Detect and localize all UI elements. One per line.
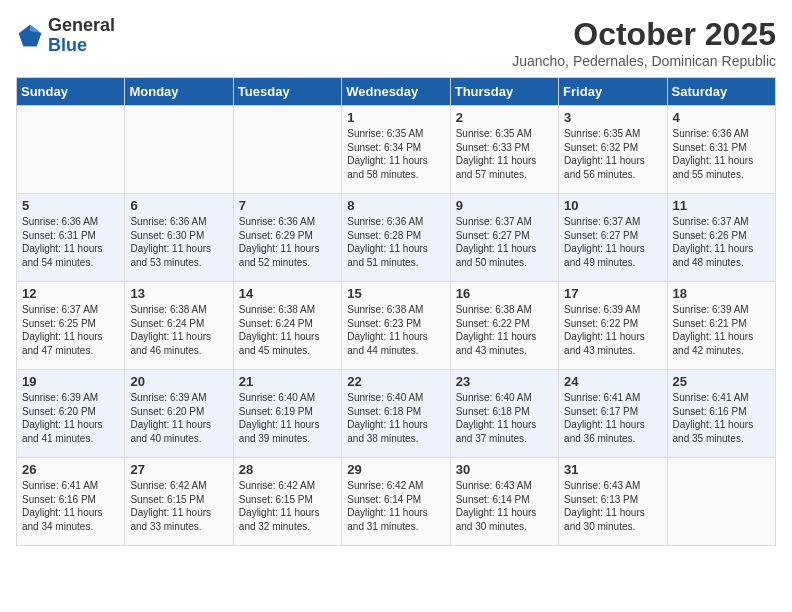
cell-info: Sunrise: 6:37 AM Sunset: 6:26 PM Dayligh… <box>673 215 770 269</box>
day-number: 19 <box>22 374 119 389</box>
day-number: 30 <box>456 462 553 477</box>
calendar-cell: 13Sunrise: 6:38 AM Sunset: 6:24 PM Dayli… <box>125 282 233 370</box>
header-cell-saturday: Saturday <box>667 78 775 106</box>
calendar-cell: 17Sunrise: 6:39 AM Sunset: 6:22 PM Dayli… <box>559 282 667 370</box>
calendar-cell: 22Sunrise: 6:40 AM Sunset: 6:18 PM Dayli… <box>342 370 450 458</box>
header-cell-friday: Friday <box>559 78 667 106</box>
calendar-cell: 16Sunrise: 6:38 AM Sunset: 6:22 PM Dayli… <box>450 282 558 370</box>
cell-info: Sunrise: 6:36 AM Sunset: 6:31 PM Dayligh… <box>22 215 119 269</box>
location: Juancho, Pedernales, Dominican Republic <box>512 53 776 69</box>
header-row: SundayMondayTuesdayWednesdayThursdayFrid… <box>17 78 776 106</box>
cell-info: Sunrise: 6:41 AM Sunset: 6:16 PM Dayligh… <box>22 479 119 533</box>
calendar-cell: 26Sunrise: 6:41 AM Sunset: 6:16 PM Dayli… <box>17 458 125 546</box>
day-number: 27 <box>130 462 227 477</box>
day-number: 10 <box>564 198 661 213</box>
day-number: 3 <box>564 110 661 125</box>
logo-general: General <box>48 16 115 36</box>
calendar-cell: 19Sunrise: 6:39 AM Sunset: 6:20 PM Dayli… <box>17 370 125 458</box>
day-number: 12 <box>22 286 119 301</box>
week-row-3: 19Sunrise: 6:39 AM Sunset: 6:20 PM Dayli… <box>17 370 776 458</box>
cell-info: Sunrise: 6:35 AM Sunset: 6:34 PM Dayligh… <box>347 127 444 181</box>
day-number: 24 <box>564 374 661 389</box>
day-number: 26 <box>22 462 119 477</box>
calendar-cell: 11Sunrise: 6:37 AM Sunset: 6:26 PM Dayli… <box>667 194 775 282</box>
day-number: 6 <box>130 198 227 213</box>
logo-blue: Blue <box>48 36 115 56</box>
month-title: October 2025 <box>512 16 776 53</box>
calendar-cell <box>17 106 125 194</box>
week-row-0: 1Sunrise: 6:35 AM Sunset: 6:34 PM Daylig… <box>17 106 776 194</box>
day-number: 1 <box>347 110 444 125</box>
calendar-cell: 24Sunrise: 6:41 AM Sunset: 6:17 PM Dayli… <box>559 370 667 458</box>
cell-info: Sunrise: 6:42 AM Sunset: 6:15 PM Dayligh… <box>130 479 227 533</box>
cell-info: Sunrise: 6:35 AM Sunset: 6:33 PM Dayligh… <box>456 127 553 181</box>
cell-info: Sunrise: 6:37 AM Sunset: 6:27 PM Dayligh… <box>564 215 661 269</box>
calendar-cell: 12Sunrise: 6:37 AM Sunset: 6:25 PM Dayli… <box>17 282 125 370</box>
calendar-cell: 2Sunrise: 6:35 AM Sunset: 6:33 PM Daylig… <box>450 106 558 194</box>
day-number: 15 <box>347 286 444 301</box>
day-number: 31 <box>564 462 661 477</box>
cell-info: Sunrise: 6:36 AM Sunset: 6:30 PM Dayligh… <box>130 215 227 269</box>
header-cell-thursday: Thursday <box>450 78 558 106</box>
cell-info: Sunrise: 6:41 AM Sunset: 6:17 PM Dayligh… <box>564 391 661 445</box>
cell-info: Sunrise: 6:38 AM Sunset: 6:23 PM Dayligh… <box>347 303 444 357</box>
header-cell-tuesday: Tuesday <box>233 78 341 106</box>
day-number: 21 <box>239 374 336 389</box>
calendar-header: SundayMondayTuesdayWednesdayThursdayFrid… <box>17 78 776 106</box>
day-number: 5 <box>22 198 119 213</box>
calendar-cell: 31Sunrise: 6:43 AM Sunset: 6:13 PM Dayli… <box>559 458 667 546</box>
cell-info: Sunrise: 6:39 AM Sunset: 6:20 PM Dayligh… <box>130 391 227 445</box>
calendar-table: SundayMondayTuesdayWednesdayThursdayFrid… <box>16 77 776 546</box>
cell-info: Sunrise: 6:39 AM Sunset: 6:20 PM Dayligh… <box>22 391 119 445</box>
calendar-cell: 28Sunrise: 6:42 AM Sunset: 6:15 PM Dayli… <box>233 458 341 546</box>
calendar-cell: 9Sunrise: 6:37 AM Sunset: 6:27 PM Daylig… <box>450 194 558 282</box>
week-row-1: 5Sunrise: 6:36 AM Sunset: 6:31 PM Daylig… <box>17 194 776 282</box>
day-number: 28 <box>239 462 336 477</box>
calendar-cell: 30Sunrise: 6:43 AM Sunset: 6:14 PM Dayli… <box>450 458 558 546</box>
day-number: 13 <box>130 286 227 301</box>
calendar-cell: 6Sunrise: 6:36 AM Sunset: 6:30 PM Daylig… <box>125 194 233 282</box>
calendar-cell: 27Sunrise: 6:42 AM Sunset: 6:15 PM Dayli… <box>125 458 233 546</box>
calendar-cell: 18Sunrise: 6:39 AM Sunset: 6:21 PM Dayli… <box>667 282 775 370</box>
calendar-cell: 8Sunrise: 6:36 AM Sunset: 6:28 PM Daylig… <box>342 194 450 282</box>
day-number: 18 <box>673 286 770 301</box>
calendar-cell: 29Sunrise: 6:42 AM Sunset: 6:14 PM Dayli… <box>342 458 450 546</box>
cell-info: Sunrise: 6:43 AM Sunset: 6:13 PM Dayligh… <box>564 479 661 533</box>
day-number: 29 <box>347 462 444 477</box>
cell-info: Sunrise: 6:37 AM Sunset: 6:27 PM Dayligh… <box>456 215 553 269</box>
calendar-cell: 4Sunrise: 6:36 AM Sunset: 6:31 PM Daylig… <box>667 106 775 194</box>
calendar-cell <box>125 106 233 194</box>
header-cell-sunday: Sunday <box>17 78 125 106</box>
day-number: 11 <box>673 198 770 213</box>
cell-info: Sunrise: 6:36 AM Sunset: 6:29 PM Dayligh… <box>239 215 336 269</box>
cell-info: Sunrise: 6:37 AM Sunset: 6:25 PM Dayligh… <box>22 303 119 357</box>
calendar-cell <box>667 458 775 546</box>
calendar-cell: 3Sunrise: 6:35 AM Sunset: 6:32 PM Daylig… <box>559 106 667 194</box>
day-number: 8 <box>347 198 444 213</box>
day-number: 23 <box>456 374 553 389</box>
cell-info: Sunrise: 6:43 AM Sunset: 6:14 PM Dayligh… <box>456 479 553 533</box>
calendar-cell: 23Sunrise: 6:40 AM Sunset: 6:18 PM Dayli… <box>450 370 558 458</box>
calendar-cell: 20Sunrise: 6:39 AM Sunset: 6:20 PM Dayli… <box>125 370 233 458</box>
day-number: 17 <box>564 286 661 301</box>
calendar-cell: 7Sunrise: 6:36 AM Sunset: 6:29 PM Daylig… <box>233 194 341 282</box>
day-number: 22 <box>347 374 444 389</box>
day-number: 2 <box>456 110 553 125</box>
day-number: 7 <box>239 198 336 213</box>
cell-info: Sunrise: 6:39 AM Sunset: 6:22 PM Dayligh… <box>564 303 661 357</box>
cell-info: Sunrise: 6:40 AM Sunset: 6:18 PM Dayligh… <box>456 391 553 445</box>
header-cell-wednesday: Wednesday <box>342 78 450 106</box>
cell-info: Sunrise: 6:36 AM Sunset: 6:28 PM Dayligh… <box>347 215 444 269</box>
calendar-cell: 5Sunrise: 6:36 AM Sunset: 6:31 PM Daylig… <box>17 194 125 282</box>
calendar-cell: 15Sunrise: 6:38 AM Sunset: 6:23 PM Dayli… <box>342 282 450 370</box>
title-block: October 2025 Juancho, Pedernales, Domini… <box>512 16 776 69</box>
cell-info: Sunrise: 6:40 AM Sunset: 6:18 PM Dayligh… <box>347 391 444 445</box>
cell-info: Sunrise: 6:38 AM Sunset: 6:24 PM Dayligh… <box>239 303 336 357</box>
calendar-cell: 25Sunrise: 6:41 AM Sunset: 6:16 PM Dayli… <box>667 370 775 458</box>
logo-text: General Blue <box>48 16 115 56</box>
calendar-cell: 14Sunrise: 6:38 AM Sunset: 6:24 PM Dayli… <box>233 282 341 370</box>
header-cell-monday: Monday <box>125 78 233 106</box>
calendar-body: 1Sunrise: 6:35 AM Sunset: 6:34 PM Daylig… <box>17 106 776 546</box>
cell-info: Sunrise: 6:39 AM Sunset: 6:21 PM Dayligh… <box>673 303 770 357</box>
day-number: 4 <box>673 110 770 125</box>
